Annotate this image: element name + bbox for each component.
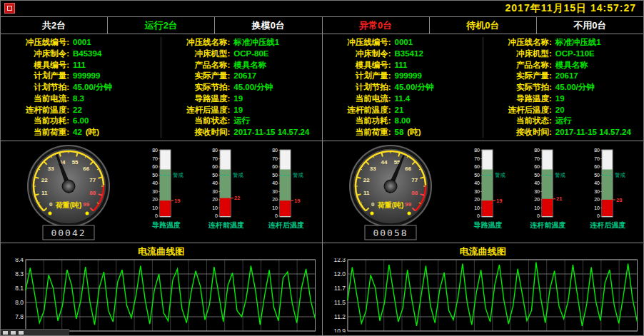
svg-text:22: 22 [41,177,48,183]
thermometer-svg: 01020304050607080警戒20 [579,146,638,220]
svg-text:0: 0 [537,213,540,218]
info-row: 冲压线名称:标准冲压线1 [161,37,321,48]
taskbar-sliver[interactable] [1,329,69,335]
status-abnormal: 异常0台 [323,17,430,34]
svg-text:40: 40 [534,180,540,185]
svg-text:50: 50 [212,173,218,178]
thermometer-guide-temp: 01020304050607080警戒19 导路温度 [136,141,196,243]
thermometer-svg: 01020304050607080警戒19 [137,146,196,220]
svg-text:60: 60 [212,164,218,169]
svg-text:30: 30 [272,189,278,194]
svg-text:70: 70 [474,156,480,161]
info-row: 连杆前温度:22 [1,105,161,116]
info-label: 产品名称: [161,60,230,71]
svg-text:66: 66 [83,166,89,172]
current-line-chart: 12.312.011.711.511.210.9 [326,258,640,332]
meters-row: 0112233445566778899荷重(吨)00058 0102030405… [323,141,644,243]
info-row: 接收时间:2017-11-15 14.57.24 [483,127,643,138]
machine-panel-left: 冲压线编号:0001 冲床制令:B45394 模具编号:111 计划产量:999… [1,34,322,335]
info-value: 2017-11-15 14.57.24 [233,128,309,136]
svg-text:0: 0 [49,201,53,208]
chart-title: 电流曲线图 [326,245,640,258]
info-value: OCP-110E [555,49,595,58]
svg-text:20: 20 [152,197,158,202]
info-value: 45.00/分钟 [233,82,273,93]
info-row: 当前电流:8.3 [1,93,161,104]
svg-text:70: 70 [534,156,540,161]
svg-text:99: 99 [83,201,89,208]
svg-text:19: 19 [174,198,180,204]
svg-text:00042: 00042 [51,228,86,238]
info-value: 运行 [555,116,572,126]
info-row: 实际产量:20617 [161,71,321,81]
info-row: 当前状态:运行 [161,116,321,126]
info-value: 标准冲压线1 [555,37,601,48]
info-row: 模具编号:111 [323,60,483,71]
status-running: 运行2台 [108,17,215,34]
svg-text:11: 11 [41,190,48,196]
info-row: 计划节拍:45.00/分钟 [1,82,161,93]
info-label: 接收时间: [483,127,552,138]
info-value: 45.00/分钟 [395,82,434,93]
info-value: 58 [395,128,404,136]
thermometer-label: 连杆后温度 [268,220,304,230]
svg-text:荷重(吨): 荷重(吨) [376,201,403,209]
info-col-second: 冲压线名称:标准冲压线1 冲床机型:OCP-110E 产品名称:模具名称 实际产… [483,37,643,138]
status-mold-change-label: 换模0台 [252,19,285,32]
svg-text:20: 20 [474,197,480,202]
start-icon[interactable] [3,331,8,335]
current-line-chart: 8.48.38.18.07.87.7 [4,258,318,332]
info-row: 计划产量:999999 [323,71,483,81]
svg-text:8.4: 8.4 [15,258,24,263]
info-label: 计划产量: [323,71,391,81]
svg-text:警戒: 警戒 [615,172,626,178]
svg-text:50: 50 [272,173,278,178]
info-value-unit: (吨) [86,127,99,138]
svg-text:10: 10 [534,205,540,210]
svg-text:77: 77 [89,177,96,183]
info-value: 111 [73,61,86,69]
thermometer-svg: 01020304050607080警戒21 [519,146,578,220]
svg-text:19: 19 [496,198,502,204]
info-row: 连杆前温度:21 [323,105,483,116]
info-label: 当前荷重: [1,127,69,138]
info-value: 111 [395,61,408,69]
status-standby-label: 待机0台 [466,19,499,32]
info-label: 接收时间: [161,127,230,138]
svg-text:00058: 00058 [373,228,408,238]
svg-text:70: 70 [212,156,218,161]
svg-text:60: 60 [474,164,480,169]
info-value: 45.00/分钟 [73,82,112,93]
status-standby: 待机0台 [430,17,537,34]
svg-text:30: 30 [212,189,218,194]
info-value: 20 [555,106,565,114]
svg-text:警戒: 警戒 [173,172,184,178]
tray-icon[interactable] [19,331,24,335]
thermometer-label: 导路温度 [474,220,503,230]
info-value: 6.00 [73,116,89,125]
thermometer-guide-temp: 01020304050607080警戒19 导路温度 [458,141,518,243]
svg-text:66: 66 [405,166,411,172]
svg-text:10: 10 [594,205,600,210]
info-value: 标准冲压线1 [233,37,279,48]
thermometer-label: 连杆前温度 [530,220,566,230]
info-label: 当前荷重: [323,127,391,138]
info-row: 当前功耗:8.00 [323,116,483,126]
info-value: 0001 [73,38,91,46]
svg-text:警戒: 警戒 [293,172,304,178]
svg-text:80: 80 [474,148,480,153]
info-row: 冲压线名称:标准冲压线1 [483,37,643,48]
load-gauge-svg: 0112233445566778899荷重(吨)00058 [323,141,458,243]
status-unused-label: 不用0台 [573,19,606,32]
info-label: 连杆后温度: [483,105,552,116]
window-icon[interactable] [11,331,16,335]
info-row: 当前荷重:58(吨) [323,127,483,138]
info-label: 实际节拍: [483,82,552,93]
info-row: 计划节拍:45.00/分钟 [323,82,483,93]
svg-text:警戒: 警戒 [233,172,244,178]
info-value: 20617 [233,71,256,80]
svg-text:80: 80 [152,148,158,153]
info-value: 999999 [395,71,422,80]
app-icon[interactable] [4,3,15,14]
svg-text:30: 30 [152,189,158,194]
